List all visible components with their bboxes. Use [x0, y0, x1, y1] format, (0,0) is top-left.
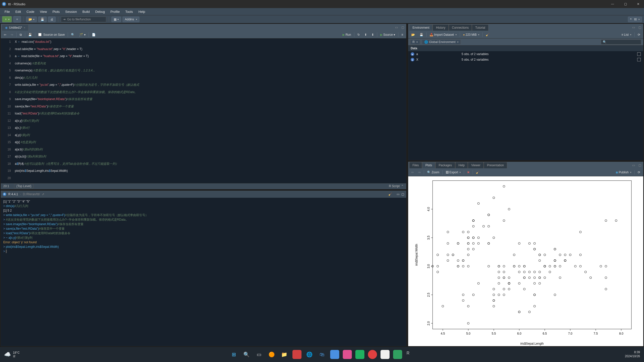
- start-button[interactable]: ⊞: [230, 350, 239, 359]
- scope-label[interactable]: (Top Level): [14, 184, 33, 188]
- minimize-pane-icon[interactable]: ▭: [394, 25, 399, 30]
- minimize-plots-icon[interactable]: ▭: [631, 163, 636, 168]
- save-button[interactable]: 💾: [27, 32, 33, 37]
- language-selector[interactable]: R: [410, 39, 420, 45]
- tab-tutorial[interactable]: Tutorial: [472, 24, 488, 31]
- maximize-pane-icon[interactable]: ▢: [400, 25, 405, 30]
- maximize-button[interactable]: ▢: [622, 1, 629, 7]
- open-file-button[interactable]: 📂▾: [26, 17, 37, 22]
- view-mode-button[interactable]: ≡ List: [620, 32, 633, 37]
- outline-button[interactable]: ≡: [400, 32, 405, 37]
- env-row-a[interactable]: ▸a5 obs. of 2 variables: [408, 51, 643, 57]
- tab-viewer[interactable]: Viewer: [468, 162, 483, 168]
- app-icon-7[interactable]: [393, 350, 402, 359]
- copilot-button[interactable]: 🟠: [267, 350, 276, 359]
- export-plot-button[interactable]: 🖼 Export: [444, 170, 463, 175]
- run-button[interactable]: ▶ Run: [341, 32, 353, 37]
- new-project-button[interactable]: ＋: [13, 16, 21, 22]
- project-menu-button[interactable]: Rttt: [628, 17, 642, 22]
- search-environment-input[interactable]: [601, 39, 641, 45]
- maximize-env-icon[interactable]: ▢: [637, 25, 642, 30]
- expand-icon[interactable]: ▸: [411, 52, 414, 56]
- maximize-console-icon[interactable]: ▢: [401, 192, 404, 196]
- view-data-icon[interactable]: [637, 58, 641, 61]
- app-icon-5[interactable]: [368, 350, 377, 359]
- app-icon-1[interactable]: [292, 350, 301, 359]
- refresh-env-button[interactable]: ⟳: [636, 32, 642, 37]
- back-button[interactable]: ⇦: [2, 32, 8, 37]
- menu-debug[interactable]: Debug: [93, 9, 107, 15]
- menu-file[interactable]: File: [2, 9, 12, 15]
- menu-help[interactable]: Help: [136, 9, 148, 15]
- menu-plots[interactable]: Plots: [50, 9, 62, 15]
- tab-plots[interactable]: Plots: [422, 162, 435, 168]
- prev-plot-button[interactable]: ⇦: [410, 170, 415, 175]
- go-to-next-button[interactable]: ⬇: [370, 32, 375, 37]
- console-output[interactable]: [1] "1" "2" "3" "4" "5"> dim(a)#几行几列[1] …: [1, 198, 406, 346]
- tab-connections[interactable]: Connections: [449, 24, 472, 31]
- import-dataset-button[interactable]: 📥 Import Dataset: [428, 32, 458, 37]
- expand-icon[interactable]: ▸: [411, 58, 414, 61]
- minimize-button[interactable]: —: [609, 1, 617, 7]
- file-explorer-button[interactable]: 📁: [280, 350, 289, 359]
- menu-session[interactable]: Session: [63, 9, 79, 15]
- remove-plot-button[interactable]: ✖: [466, 170, 471, 175]
- menu-build[interactable]: Build: [80, 9, 92, 15]
- tab-presentation[interactable]: Presentation: [484, 162, 507, 168]
- file-type-dropdown-icon[interactable]: ⌃: [401, 184, 404, 188]
- menu-tools[interactable]: Tools: [123, 9, 135, 15]
- find-replace-button[interactable]: 🔍: [69, 32, 76, 37]
- system-clock[interactable]: 8:39 2024/10/26: [625, 350, 640, 358]
- tab-history[interactable]: History: [433, 24, 448, 31]
- app-icon-4[interactable]: [355, 350, 364, 359]
- app-icon-6[interactable]: [381, 350, 390, 359]
- zoom-plot-button[interactable]: 🔍 Zoom: [426, 170, 441, 175]
- maximize-plots-icon[interactable]: ▢: [637, 163, 642, 168]
- minimize-env-icon[interactable]: ▭: [631, 25, 636, 30]
- show-in-new-window-button[interactable]: ⧉: [18, 32, 23, 37]
- tab-packages[interactable]: Packages: [435, 162, 455, 168]
- new-file-button[interactable]: ＋▾: [2, 16, 12, 22]
- browse-icon[interactable]: ⇗: [42, 192, 44, 196]
- menu-profile[interactable]: Profile: [108, 9, 122, 15]
- store-button[interactable]: 🛍: [318, 350, 327, 359]
- app-icon-2[interactable]: [330, 350, 339, 359]
- publish-button[interactable]: ◉ Publish: [614, 170, 633, 175]
- clear-console-button[interactable]: 🧹: [388, 192, 392, 196]
- edge-button[interactable]: 🌐: [305, 350, 314, 359]
- goto-file-function-input[interactable]: ➔ Go to file/function: [61, 17, 106, 22]
- print-button[interactable]: 🖨: [48, 17, 56, 22]
- tab-environment[interactable]: Environment: [409, 24, 433, 31]
- source-button[interactable]: ▶ Source ▾: [379, 32, 397, 37]
- weather-widget[interactable]: ☁️ 18°C 雾: [4, 351, 20, 358]
- grid-view-button[interactable]: ▦▾: [111, 17, 121, 22]
- app-icon-3[interactable]: [343, 350, 352, 359]
- tab-files[interactable]: Files: [409, 162, 422, 168]
- menu-edit[interactable]: Edit: [13, 9, 23, 15]
- working-dir-label[interactable]: D:/Rleran/ttt/: [23, 192, 40, 196]
- tab-help[interactable]: Help: [455, 162, 468, 168]
- close-tab-icon[interactable]: ×: [24, 26, 25, 29]
- forward-button[interactable]: ⇨: [9, 32, 15, 37]
- menu-view[interactable]: View: [37, 9, 49, 15]
- minimize-console-icon[interactable]: ▭: [397, 192, 399, 196]
- clear-environment-button[interactable]: 🧹: [484, 32, 491, 37]
- menu-code[interactable]: Code: [24, 9, 37, 15]
- go-to-prev-button[interactable]: ⬆: [363, 32, 368, 37]
- search-button[interactable]: 🔍: [242, 350, 251, 359]
- scope-selector[interactable]: 🌐 Global Environment: [422, 39, 461, 45]
- file-type-label[interactable]: R Script: [389, 184, 400, 188]
- refresh-plot-button[interactable]: ⟳: [636, 170, 642, 175]
- close-button[interactable]: ✕: [634, 1, 642, 7]
- rstudio-taskbar-button[interactable]: R: [406, 350, 415, 359]
- source-on-save-checkbox[interactable]: Source on Save: [37, 32, 66, 37]
- code-editor[interactable]: 1234567891011121314151617181920 X ← read…: [1, 38, 406, 183]
- view-data-icon[interactable]: [637, 52, 641, 56]
- clear-all-plots-button[interactable]: 🧹: [474, 170, 481, 175]
- source-tab-untitled1[interactable]: ◉ Untitled1* ×: [2, 24, 28, 31]
- compile-report-button[interactable]: 📄: [90, 32, 97, 37]
- memory-usage[interactable]: ● 223 MiB: [462, 32, 481, 37]
- task-view-button[interactable]: ▭: [255, 350, 264, 359]
- rerun-button[interactable]: ↻: [356, 32, 361, 37]
- addins-button[interactable]: Addins: [123, 17, 139, 22]
